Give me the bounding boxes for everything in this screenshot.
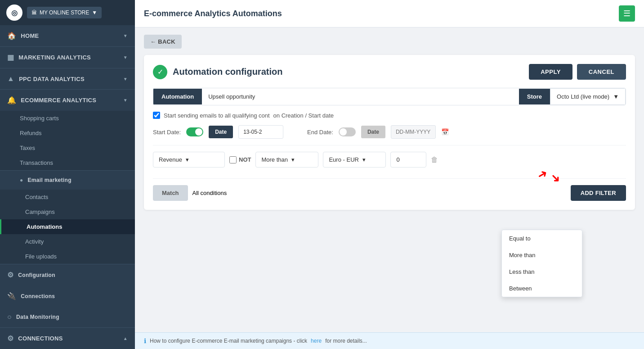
sidebar-label-home: HOME [21,32,39,39]
settings-row: Start sending emails to all qualifying c… [153,112,626,119]
sidebar-item-connections[interactable]: 🔌 Connections [0,286,135,307]
email-subnav: Contacts Campaigns Automations Activity … [0,190,135,264]
start-date-label: Start Date: [153,129,181,136]
nav-section-home: 🏠 HOME ▼ [0,25,135,47]
condition-select[interactable]: More than ▾ [255,152,318,168]
sidebar-label-marketing: MARKETING ANALYTICS [18,54,91,61]
automation-name-input[interactable] [202,89,519,104]
nav-section-email: ● Email marketing Contacts Campaigns Aut… [0,171,135,264]
store-selector[interactable]: 🏛 MY ONLINE STORE ▼ [27,7,102,18]
date-button[interactable]: Date [209,126,233,138]
config-card: ✓ Automation configuration APPLY CANCEL … [144,55,635,210]
sidebar-item-taxes[interactable]: Taxes [0,141,135,155]
sidebar-label-connections-header: CONNECTIONS [18,335,63,342]
checkbox-row: Start sending emails to all qualifying c… [153,112,334,119]
top-bar: E-commerce Analytics Automations ☰ [135,0,644,27]
config-header: ✓ Automation configuration APPLY CANCEL [153,64,626,80]
sidebar-item-activity[interactable]: Activity [0,234,135,249]
config-title-row: ✓ Automation configuration [153,65,282,79]
dropdown-option-between[interactable]: Between [502,280,582,297]
sidebar-item-ecommerce[interactable]: 🔔 ECOMMERCE ANALYTICS ▼ [0,90,135,111]
connections-header-icon: ⚙ [7,334,13,343]
main-content: E-commerce Analytics Automations ☰ ← BAC… [135,0,644,349]
nav-section-ppc: ▲ PPC DATA ANALYTICS ▼ [0,68,135,90]
sidebar-item-data-monitoring[interactable]: ○ Data Monitoring [0,307,135,327]
chevron-marketing-icon: ▼ [123,55,128,60]
ecommerce-icon: 🔔 [7,96,16,104]
connections-icon: 🔌 [7,292,16,300]
qualifying-checkbox[interactable] [153,112,160,119]
nav-section-connections-header: ⚙ CONNECTIONS ▲ [0,328,135,349]
apply-button[interactable]: APPLY [529,64,572,80]
sidebar-label-email: Email marketing [28,177,72,183]
store-value: Octo Ltd (live mode) [557,93,609,100]
cancel-button[interactable]: CANCEL [577,64,626,80]
info-link[interactable]: here [311,338,322,344]
chevron-ppc-icon: ▼ [123,77,128,82]
sidebar-label-ecommerce: ECOMMERCE ANALYTICS [21,97,96,104]
condition-chevron: ▾ [291,156,295,163]
store-selector-chevron: ▼ [92,9,97,16]
not-checkbox[interactable] [229,156,237,163]
dropdown-option-more-than[interactable]: More than [502,247,582,263]
sidebar-label-connections: Connections [21,293,55,299]
sidebar-item-shopping-carts[interactable]: Shopping carts [0,111,135,126]
currency-value: Euro - EUR [329,156,358,163]
delete-filter-button[interactable]: 🗑 [431,156,438,164]
field-chevron: ▾ [186,156,189,163]
match-button[interactable]: Match [153,185,188,201]
chevron-ecommerce-icon: ▼ [123,98,128,103]
checkbox-label: Start sending emails to all qualifying c… [164,112,270,119]
info-icon: ℹ [144,337,146,344]
sidebar-item-marketing[interactable]: ▦ MARKETING ANALYTICS ▼ [0,47,135,68]
home-icon: 🏠 [7,32,16,40]
calendar-icon: 📅 [441,128,449,136]
currency-select[interactable]: Euro - EUR ▾ [323,152,386,168]
nav-section-ecommerce: 🔔 ECOMMERCE ANALYTICS ▼ Shopping carts R… [0,90,135,171]
currency-chevron: ▾ [362,156,366,163]
sidebar-item-ppc[interactable]: ▲ PPC DATA ANALYTICS ▼ [0,68,135,89]
on-creation-label: on Creation / Start date [273,112,334,119]
email-icon: ● [20,177,23,183]
page-title: E-commerce Analytics Automations [144,9,282,18]
content-area: ← BACK ✓ Automation configuration APPLY … [135,27,644,332]
hamburger-button[interactable]: ☰ [619,5,635,22]
sidebar-label-ppc: PPC DATA ANALYTICS [19,76,85,82]
back-button[interactable]: ← BACK [144,35,182,49]
start-date-input[interactable] [238,125,283,139]
sidebar-item-automations[interactable]: Automations [0,219,135,234]
start-date-toggle[interactable] [186,127,203,136]
add-filter-button[interactable]: ADD FILTER [571,185,626,201]
end-date-input[interactable] [391,125,436,139]
field-select[interactable]: Revenue ▾ [153,152,225,168]
sidebar: ◎ 🏛 MY ONLINE STORE ▼ 🏠 HOME ▼ ▦ MARKETI… [0,0,135,349]
sidebar-item-campaigns[interactable]: Campaigns [0,204,135,219]
date-row: Start Date: Date End Date: Date 📅 [153,125,626,139]
nav-section-config: ⚙ Configuration 🔌 Connections ○ Data Mon… [0,264,135,328]
store-button[interactable]: Store [519,89,550,104]
sidebar-item-configuration[interactable]: ⚙ Configuration [0,264,135,286]
dropdown-option-less-than[interactable]: Less than [502,263,582,280]
dropdown-option-equal-to[interactable]: Equal to [502,230,582,247]
not-checkbox-row: NOT [229,156,251,163]
config-icon: ⚙ [7,271,13,279]
condition-dropdown: Equal to More than Less than Between [501,230,582,297]
sidebar-label-configuration: Configuration [18,272,55,278]
info-text-after: for more details... [325,338,367,344]
end-toggle-knob [340,128,347,136]
end-date-toggle[interactable] [339,127,356,136]
sidebar-item-file-uploads[interactable]: File uploads [0,249,135,264]
toggle-knob [195,128,202,136]
sidebar-item-transactions[interactable]: Transactions [0,155,135,170]
sidebar-item-contacts[interactable]: Contacts [0,190,135,204]
store-dropdown[interactable]: Octo Ltd (live mode) ▼ [550,88,626,105]
marketing-icon: ▦ [7,53,14,62]
sidebar-item-refunds[interactable]: Refunds [0,126,135,141]
end-date-button[interactable]: Date [361,126,385,138]
sidebar-item-home[interactable]: 🏠 HOME ▼ [0,25,135,46]
amount-input[interactable] [390,152,426,168]
conditions-text: All conditions [192,190,227,196]
bottom-bar: Match All conditions ADD FILTER [153,178,626,201]
sidebar-item-email-marketing[interactable]: ● Email marketing [0,171,135,190]
sidebar-item-connections-header[interactable]: ⚙ CONNECTIONS ▲ [0,328,135,349]
